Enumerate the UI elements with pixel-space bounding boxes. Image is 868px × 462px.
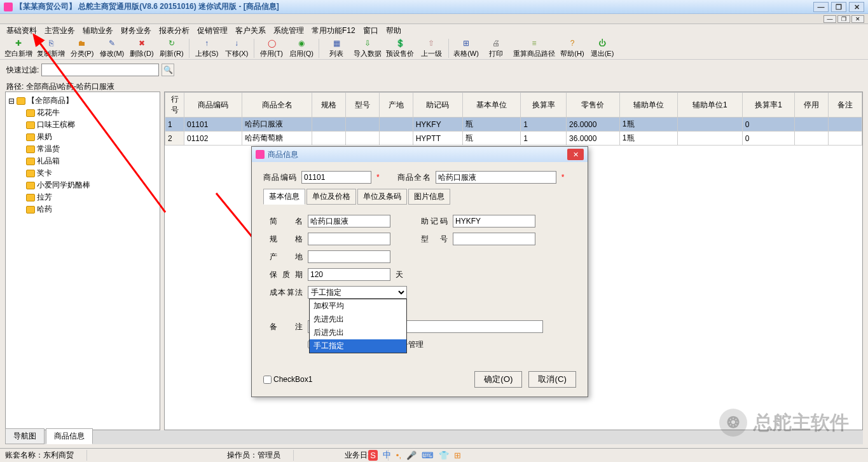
col-header[interactable]: 换算率1 xyxy=(742,93,795,118)
table-row[interactable]: 101101哈药口服液HYKFY瓶126.00001瓶0 xyxy=(165,118,862,132)
model-input[interactable] xyxy=(453,233,535,245)
col-header[interactable]: 辅助单位1 xyxy=(677,93,742,118)
tray-icon[interactable]: ⊞ xyxy=(454,451,461,460)
toolbar-button[interactable]: ▦列表 xyxy=(322,37,351,59)
tree-item[interactable]: 小爱同学奶酪棒 xyxy=(26,179,157,191)
menu-item[interactable]: 窗口 xyxy=(363,25,378,36)
option-weighted[interactable]: 加权平均 xyxy=(310,299,406,313)
tray-icon[interactable]: •, xyxy=(396,451,401,460)
toolbar-button[interactable]: ≡重算商品路径 xyxy=(511,37,557,59)
cell[interactable]: 1瓶 xyxy=(619,118,677,132)
col-header[interactable]: 辅助单位 xyxy=(619,93,677,118)
toolbar-button[interactable]: ↻刷新(R) xyxy=(157,37,186,59)
menu-item[interactable]: 报表分析 xyxy=(159,25,189,36)
col-header[interactable]: 停用 xyxy=(795,93,829,118)
mdi-min-button[interactable]: — xyxy=(823,15,836,23)
col-header[interactable]: 商品编码 xyxy=(184,93,242,118)
maximize-button[interactable]: ❐ xyxy=(831,2,846,12)
toolbar-button[interactable]: ↓下移(X) xyxy=(222,37,251,59)
toolbar-button[interactable]: ◉启用(Q) xyxy=(287,37,316,59)
cell[interactable]: 1瓶 xyxy=(619,132,677,146)
menu-item[interactable]: 辅助业务 xyxy=(83,25,113,36)
cell[interactable]: 瓶 xyxy=(463,118,521,132)
col-header[interactable]: 商品全名 xyxy=(242,93,312,118)
search-button[interactable]: 🔍 xyxy=(162,64,174,76)
chk-checkbox1[interactable]: CheckBox1 xyxy=(263,375,312,384)
toolbar-button[interactable]: ⇩导入数据 xyxy=(352,37,383,59)
fullname-input[interactable] xyxy=(436,171,556,184)
menu-item[interactable]: 主营业务 xyxy=(45,25,75,36)
tray-keyboard-icon[interactable]: ⌨ xyxy=(422,451,434,460)
cell[interactable]: 36.0000 xyxy=(567,132,620,146)
tree-item[interactable]: 果奶 xyxy=(26,131,157,143)
menu-item[interactable]: 财务业务 xyxy=(121,25,151,36)
menu-item[interactable]: 常用功能F12 xyxy=(312,25,355,36)
toolbar-button[interactable]: ◯停用(T) xyxy=(257,37,286,59)
col-header[interactable]: 助记码 xyxy=(413,93,462,118)
toolbar-button[interactable]: 💲预设售价 xyxy=(384,37,416,59)
tab-basic[interactable]: 基本信息 xyxy=(263,189,305,205)
ok-button[interactable]: 确定(O) xyxy=(474,371,522,388)
menu-item[interactable]: 帮助 xyxy=(386,25,401,36)
toolbar-button[interactable]: 🖨打印 xyxy=(481,37,511,59)
mnemonic-input[interactable] xyxy=(453,215,535,228)
spec-input[interactable] xyxy=(308,233,390,245)
tree-item[interactable]: 礼品箱 xyxy=(26,155,157,167)
cell[interactable]: 0 xyxy=(742,132,795,146)
tree-panel[interactable]: ⊟ 【全部商品】 花花牛口味王槟榔果奶常温货礼品箱奖卡小爱同学奶酪棒拉芳哈药 xyxy=(5,92,160,430)
expand-icon[interactable]: ⊟ xyxy=(8,97,15,105)
product-grid[interactable]: 行号商品编码商品全名规格型号产地助记码基本单位换算率零售价辅助单位辅助单位1换算… xyxy=(165,92,862,146)
cell[interactable]: 01102 xyxy=(184,132,242,146)
tab-productinfo[interactable]: 商品信息 xyxy=(46,428,93,444)
toolbar-button[interactable]: ✖删除(D) xyxy=(127,37,156,59)
col-header[interactable]: 行号 xyxy=(165,93,184,118)
toolbar-button[interactable]: ✚空白新增 xyxy=(3,37,34,59)
mdi-max-button[interactable]: ❐ xyxy=(837,15,850,23)
dialog-title-bar[interactable]: 商品信息 ✕ xyxy=(252,147,588,162)
tree-item[interactable]: 拉芳 xyxy=(26,191,157,203)
cell[interactable]: 1 xyxy=(521,132,567,146)
toolbar-button[interactable]: ⏻退出(E) xyxy=(588,37,617,59)
filter-input[interactable] xyxy=(41,64,159,76)
tab-unit-price[interactable]: 单位及价格 xyxy=(307,189,356,205)
option-manual[interactable]: 手工指定 xyxy=(310,339,406,353)
cell[interactable]: 26.0000 xyxy=(567,118,620,132)
tab-image[interactable]: 图片信息 xyxy=(408,189,450,205)
tab-unit-barcode[interactable]: 单位及条码 xyxy=(357,189,407,205)
costmethod-select[interactable]: 手工指定 xyxy=(308,286,407,299)
cell[interactable]: 01101 xyxy=(184,118,242,132)
shelflife-input[interactable] xyxy=(308,268,390,281)
mdi-close-button[interactable]: ✕ xyxy=(851,15,864,23)
dialog-close-button[interactable]: ✕ xyxy=(567,149,584,160)
cancel-button[interactable]: 取消(C) xyxy=(528,371,576,388)
menu-item[interactable]: 系统管理 xyxy=(273,25,304,36)
menu-item[interactable]: 基础资料 xyxy=(6,25,37,36)
toolbar-button[interactable]: 🖿分类(P) xyxy=(67,37,97,59)
col-header[interactable]: 基本单位 xyxy=(463,93,521,118)
tree-item[interactable]: 奖卡 xyxy=(26,167,157,179)
costmethod-dropdown[interactable]: 加权平均 先进先出 后进先出 手工指定 xyxy=(309,299,407,353)
tab-navmap[interactable]: 导航图 xyxy=(5,428,45,444)
col-header[interactable]: 零售价 xyxy=(567,93,620,118)
origin-input[interactable] xyxy=(308,250,390,263)
toolbar-button[interactable]: ⊞表格(W) xyxy=(451,37,481,59)
ime-icon[interactable]: S xyxy=(368,450,378,461)
menu-item[interactable]: 客户关系 xyxy=(235,25,266,36)
toolbar-button[interactable]: ✎修改(M) xyxy=(97,37,127,59)
toolbar-button[interactable]: ?帮助(H) xyxy=(558,37,587,59)
code-input[interactable] xyxy=(301,171,371,184)
col-header[interactable]: 型号 xyxy=(346,93,380,118)
col-header[interactable]: 产地 xyxy=(379,93,413,118)
col-header[interactable]: 规格 xyxy=(312,93,346,118)
menu-item[interactable]: 促销管理 xyxy=(197,25,228,36)
table-row[interactable]: 201102哈药葡萄糖HYPTT瓶136.00001瓶0 xyxy=(165,132,862,146)
tray-icon[interactable]: 👕 xyxy=(439,451,449,460)
cell[interactable]: 瓶 xyxy=(463,132,521,146)
option-lifo[interactable]: 后进先出 xyxy=(310,326,406,339)
tray-mic-icon[interactable]: 🎤 xyxy=(406,451,417,460)
tree-root[interactable]: ⊟ 【全部商品】 xyxy=(8,95,157,107)
cell[interactable]: 哈药口服液 xyxy=(242,118,312,132)
cell[interactable]: 哈药葡萄糖 xyxy=(242,132,312,146)
cell[interactable]: HYKFY xyxy=(413,118,462,132)
chk-checkbox1-box[interactable] xyxy=(263,376,272,384)
